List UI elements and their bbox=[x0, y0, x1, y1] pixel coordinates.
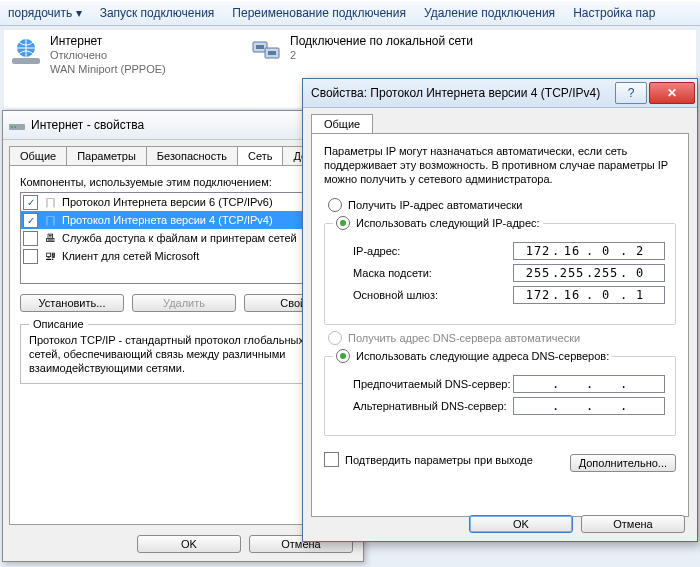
ipv4-tabs: Общие bbox=[303, 108, 697, 133]
svg-point-7 bbox=[11, 126, 13, 128]
component-label: Протокол Интернета версии 4 (TCP/IPv4) bbox=[62, 214, 273, 226]
tab-options[interactable]: Параметры bbox=[66, 146, 147, 165]
svg-rect-4 bbox=[256, 45, 264, 49]
radio-auto-ip[interactable]: Получить IP-адрес автоматически bbox=[328, 198, 676, 212]
component-file-print[interactable]: 🖶 Служба доступа к файлам и принтерам се… bbox=[21, 229, 345, 247]
connection-internet[interactable]: Интернет Отключено WAN Miniport (PPPOE) bbox=[8, 34, 248, 104]
component-label: Протокол Интернета версии 6 (TCP/IPv6) bbox=[62, 196, 273, 208]
components-label: Компоненты, используемые этим подключени… bbox=[20, 176, 346, 188]
ipv4-tab-general[interactable]: Общие bbox=[311, 114, 373, 133]
label-dns1: Предпочитаемый DNS-сервер: bbox=[353, 378, 513, 390]
toolbar-rename-conn[interactable]: Переименование подключения bbox=[232, 6, 406, 20]
ipv4-cancel-button[interactable]: Отмена bbox=[581, 515, 685, 533]
label-ip: IP-адрес: bbox=[353, 245, 513, 257]
description-text: Протокол TCP/IP - стандартный протокол г… bbox=[29, 334, 304, 374]
component-msclient[interactable]: 🖳 Клиент для сетей Microsoft bbox=[21, 247, 345, 265]
ipv4-properties-dialog: Свойства: Протокол Интернета версии 4 (T… bbox=[302, 78, 698, 542]
lan-icon bbox=[248, 34, 284, 70]
modem-icon bbox=[9, 118, 25, 133]
ipv4-paragraph: Параметры IP могут назначаться автоматич… bbox=[324, 144, 676, 186]
toolbar-organize[interactable]: порядочить ▾ bbox=[8, 6, 82, 20]
radio-icon bbox=[328, 331, 342, 345]
ipv4-titlebar[interactable]: Свойства: Протокол Интернета версии 4 (T… bbox=[303, 79, 697, 108]
checkbox-icon[interactable] bbox=[23, 249, 38, 264]
label-mask: Маска подсети: bbox=[353, 267, 513, 279]
confirm-label: Подтвердить параметры при выходе bbox=[345, 454, 533, 466]
radio-manual-ip[interactable]: Использовать следующий IP-адрес: bbox=[336, 216, 540, 230]
ipv4-ok-button[interactable]: OK bbox=[469, 515, 573, 533]
checkbox-icon[interactable] bbox=[23, 231, 38, 246]
help-button[interactable]: ? bbox=[615, 82, 647, 104]
description-header: Описание bbox=[29, 317, 88, 331]
dns2-input[interactable]: . . . bbox=[513, 397, 665, 415]
label-dns2: Альтернативный DNS-сервер: bbox=[353, 400, 513, 412]
radio-label: Получить IP-адрес автоматически bbox=[348, 199, 522, 211]
svg-point-8 bbox=[14, 126, 16, 128]
dns1-input[interactable]: . . . bbox=[513, 375, 665, 393]
component-label: Служба доступа к файлам и принтерам сете… bbox=[62, 232, 297, 244]
checkbox-icon[interactable]: ✓ bbox=[23, 213, 38, 228]
ipv4-title: Свойства: Протокол Интернета версии 4 (T… bbox=[311, 86, 600, 100]
protocol-icon: 🀆 bbox=[42, 212, 58, 228]
radio-auto-dns: Получить адрес DNS-сервера автоматически bbox=[328, 331, 676, 345]
description-group: Описание Протокол TCP/IP - стандартный п… bbox=[20, 324, 346, 384]
advanced-button[interactable]: Дополнительно... bbox=[570, 454, 676, 472]
install-button[interactable]: Установить... bbox=[20, 294, 124, 312]
checkbox-icon[interactable] bbox=[324, 452, 339, 467]
close-button[interactable]: ✕ bbox=[649, 82, 695, 104]
checkbox-icon[interactable]: ✓ bbox=[23, 195, 38, 210]
component-ipv4[interactable]: ✓ 🀆 Протокол Интернета версии 4 (TCP/IPv… bbox=[21, 211, 345, 229]
conn-status: Отключено bbox=[50, 48, 166, 62]
tab-general[interactable]: Общие bbox=[9, 146, 67, 165]
tab-network[interactable]: Сеть bbox=[237, 146, 283, 165]
conn-device: WAN Miniport (PPPOE) bbox=[50, 62, 166, 76]
prop-ok-button[interactable]: OK bbox=[137, 535, 241, 553]
radio-label: Получить адрес DNS-сервера автоматически bbox=[348, 332, 580, 344]
components-list[interactable]: ✓ 🀆 Протокол Интернета версии 6 (TCP/IPv… bbox=[20, 192, 346, 284]
uninstall-button: Удалить bbox=[132, 294, 236, 312]
radio-icon[interactable] bbox=[336, 349, 350, 363]
label-gw: Основной шлюз: bbox=[353, 289, 513, 301]
conn-title: Подключение по локальной сети bbox=[290, 34, 473, 48]
subnet-mask-input[interactable]: 255. 255. 255. 0 bbox=[513, 264, 665, 282]
toolbar-delete-conn[interactable]: Удаление подключения bbox=[424, 6, 555, 20]
client-icon: 🖳 bbox=[42, 248, 58, 264]
toolbar-settings-conn[interactable]: Настройка пар bbox=[573, 6, 655, 20]
radio-icon[interactable] bbox=[328, 198, 342, 212]
share-icon: 🖶 bbox=[42, 230, 58, 246]
component-label: Клиент для сетей Microsoft bbox=[62, 250, 199, 262]
protocol-icon: 🀆 bbox=[42, 194, 58, 210]
svg-rect-0 bbox=[12, 58, 40, 64]
tab-security[interactable]: Безопасность bbox=[146, 146, 238, 165]
globe-icon bbox=[8, 34, 44, 70]
conn-status: 2 bbox=[290, 48, 473, 62]
radio-label: Использовать следующие адреса DNS-сервер… bbox=[356, 350, 609, 362]
prop-title: Интернет - свойства bbox=[31, 118, 144, 132]
component-ipv6[interactable]: ✓ 🀆 Протокол Интернета версии 6 (TCP/IPv… bbox=[21, 193, 345, 211]
nc-toolbar[interactable]: порядочить ▾ Запуск подключения Переимен… bbox=[0, 0, 700, 26]
toolbar-start-conn[interactable]: Запуск подключения bbox=[100, 6, 215, 20]
radio-label: Использовать следующий IP-адрес: bbox=[356, 217, 540, 229]
radio-manual-dns[interactable]: Использовать следующие адреса DNS-сервер… bbox=[336, 349, 609, 363]
radio-icon[interactable] bbox=[336, 216, 350, 230]
ip-address-input[interactable]: 172. 16. 0. 2 bbox=[513, 242, 665, 260]
ipv4-body: Параметры IP могут назначаться автоматич… bbox=[311, 133, 689, 517]
conn-title: Интернет bbox=[50, 34, 166, 48]
svg-rect-5 bbox=[268, 51, 276, 55]
gateway-input[interactable]: 172. 16. 0. 1 bbox=[513, 286, 665, 304]
